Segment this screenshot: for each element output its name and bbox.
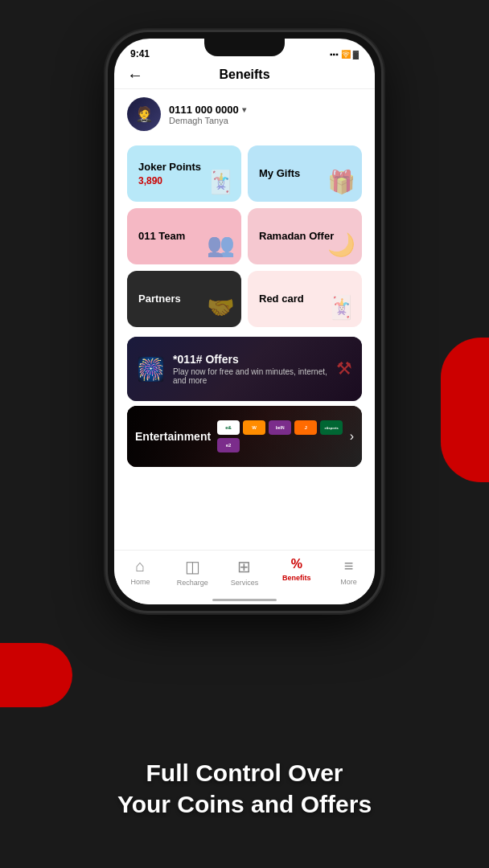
tile-partners[interactable]: Partners 🤝 — [127, 271, 241, 327]
tile-red-card[interactable]: Red card 🃏 — [248, 271, 362, 327]
nav-services[interactable]: ⊞ Services — [219, 555, 271, 587]
user-info: 🤵 0111 000 0000 ▾ Demagh Tanya — [114, 89, 375, 139]
bottom-navigation: ⌂ Home ◫ Recharge ⊞ Services % Benefits … — [114, 550, 375, 604]
recharge-icon: ◫ — [185, 557, 200, 576]
redcard-icon: 🃏 — [327, 294, 355, 321]
wifi-icon: 🛜 — [341, 50, 351, 59]
benefits-grid: Joker Points 3,890 🃏 My Gifts 🎁 011 Team… — [114, 139, 375, 334]
user-phone[interactable]: 0111 000 0000 ▾ — [169, 104, 246, 116]
services-icon: ⊞ — [237, 557, 251, 576]
phone-number: 0111 000 0000 — [169, 104, 239, 116]
phone-frame: 9:41 ▪▪▪ 🛜 ▓ ← Beneifts 🤵 0111 000 0000 … — [108, 32, 381, 611]
watchit-logo: W — [243, 420, 265, 435]
tile-ramadan-offer[interactable]: Ramadan Offer 🌙 — [248, 208, 362, 264]
anghami-logo: e2 — [217, 438, 240, 452]
home-label: Home — [130, 578, 150, 586]
avatar: 🤵 — [127, 97, 161, 131]
entertainment-arrow: › — [350, 429, 354, 444]
recharge-label: Recharge — [177, 579, 208, 587]
services-label: Services — [231, 579, 259, 587]
ramadan-icon: 🌙 — [327, 231, 355, 258]
banner-text: *011# Offers Play now for free and win m… — [173, 353, 328, 385]
team-icon: 👥 — [207, 231, 235, 258]
etisalat-logo: e& — [217, 420, 240, 435]
bein-logo: beIN — [269, 420, 291, 435]
tagline-line1: Full Control Over Your Coins and Offers — [0, 757, 489, 820]
offers-banner[interactable]: 🎆 *011# Offers Play now for free and win… — [127, 337, 362, 401]
nav-benefits[interactable]: % Benefits — [270, 555, 323, 582]
red-swoosh-left — [0, 643, 72, 707]
page-title: Beneifts — [219, 68, 269, 82]
bottom-tagline: Full Control Over Your Coins and Offers — [0, 757, 489, 820]
user-name: Demagh Tanya — [169, 116, 246, 125]
partners-icon: 🤝 — [207, 294, 235, 321]
user-details: 0111 000 0000 ▾ Demagh Tanya — [169, 104, 246, 125]
red-swoosh-right — [441, 338, 489, 482]
nav-more[interactable]: ≡ More — [323, 555, 375, 586]
tile-my-gifts[interactable]: My Gifts 🎁 — [248, 145, 362, 202]
home-indicator — [212, 599, 277, 601]
banner-left-icon: 🎆 — [137, 356, 165, 383]
more-icon: ≡ — [344, 557, 354, 575]
joker-icon: 🃏 — [207, 169, 235, 195]
phone-dropdown-arrow[interactable]: ▾ — [242, 105, 246, 114]
phone-screen: 9:41 ▪▪▪ 🛜 ▓ ← Beneifts 🤵 0111 000 0000 … — [114, 39, 375, 604]
entertainment-label: Entertainment — [135, 430, 211, 443]
avatar-image: 🤵 — [127, 97, 161, 131]
signal-icon: ▪▪▪ — [330, 50, 339, 59]
back-button[interactable]: ← — [127, 66, 143, 84]
battery-icon: ▓ — [353, 50, 359, 59]
tile-011-team[interactable]: 011 Team 👥 — [127, 208, 241, 264]
sports-logo: e&sports — [320, 420, 343, 435]
nav-recharge[interactable]: ◫ Recharge — [166, 555, 219, 587]
more-label: More — [340, 578, 357, 586]
status-icons: ▪▪▪ 🛜 ▓ — [330, 50, 359, 59]
tile-joker-points[interactable]: Joker Points 3,890 🃏 — [127, 145, 241, 202]
header: ← Beneifts — [114, 61, 375, 89]
benefits-label: Benefits — [282, 574, 311, 582]
jawwy-logo: J — [294, 420, 317, 435]
nav-home[interactable]: ⌂ Home — [114, 555, 166, 586]
entertainment-banner[interactable]: Entertainment e& W beIN J e&sports e2 › — [127, 406, 362, 467]
status-time: 9:41 — [130, 48, 150, 59]
notch — [204, 39, 285, 56]
entertainment-logos: e& W beIN J e&sports e2 — [217, 420, 347, 452]
gifts-icon: 🎁 — [327, 169, 355, 195]
banner-right-icon: ⚒ — [336, 358, 352, 379]
banner-subtitle: Play now for free and win minutes, inter… — [173, 367, 328, 385]
home-icon: ⌂ — [135, 557, 145, 575]
banner-content: 🎆 *011# Offers Play now for free and win… — [127, 353, 362, 385]
benefits-icon: % — [291, 557, 302, 571]
ent-content: Entertainment e& W beIN J e&sports e2 › — [127, 420, 362, 452]
banner-title: *011# Offers — [173, 353, 328, 366]
